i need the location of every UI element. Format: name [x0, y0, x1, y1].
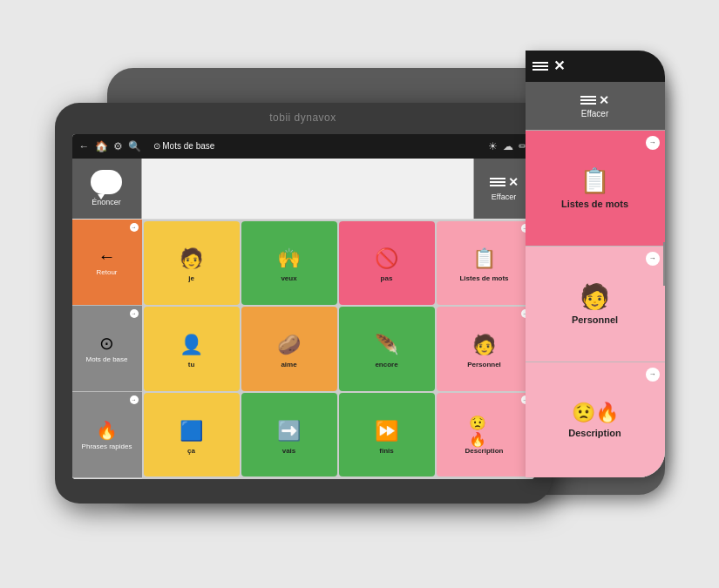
- cell-finis-label: finis: [379, 447, 393, 455]
- rp-effacer-button[interactable]: ✕ Effacer: [526, 82, 665, 131]
- nav-phrases-label: Phrases rapides: [82, 443, 132, 451]
- cell-description-icon: 😟🔥: [469, 417, 500, 445]
- right-panel: ✕ ✕ Effacer: [526, 51, 665, 477]
- cell-vais-icon: ➡️: [274, 417, 305, 445]
- rp-label-2: Personnel: [572, 314, 618, 325]
- cloud-icon[interactable]: ☁: [503, 140, 513, 152]
- cell-finis[interactable]: ⏩ finis: [339, 393, 435, 477]
- rp-arrow-3: →: [646, 368, 660, 382]
- nav-search-icon[interactable]: 🔍: [128, 140, 141, 152]
- rp-effacer-content: ✕ Effacer: [580, 93, 609, 118]
- cell-pas-label: pas: [381, 274, 393, 282]
- rp-icon-2: 🧑: [580, 282, 610, 311]
- tablet-front: tobii dynavox ← 🏠 ⚙ 🔍 ⊙ Mots de base ☀ ☁…: [55, 103, 552, 504]
- rp-effacer-icons: ✕: [580, 93, 609, 107]
- cell-listes-icon: 📋: [469, 245, 500, 273]
- effacer-icon: ✕: [490, 175, 519, 189]
- topbar: ← 🏠 ⚙ 🔍 ⊙ Mots de base ☀ ☁ ✏: [72, 134, 534, 159]
- effacer-lines-icon: [490, 178, 505, 186]
- speech-bubble-icon: [91, 170, 122, 194]
- nav-phrases-icon: 🔥: [96, 420, 118, 441]
- nav-retour-icon: ←: [98, 247, 116, 267]
- rp-icon-1: 📋: [580, 166, 610, 195]
- rp-close-icon: ✕: [553, 57, 565, 74]
- tablet-brand: tobii dynavox: [55, 112, 552, 124]
- nav-back-icon[interactable]: ←: [79, 140, 90, 152]
- cell-personnel-icon: 🧑: [469, 331, 500, 359]
- effacer-label: Effacer: [492, 193, 516, 201]
- text-display[interactable]: [142, 159, 473, 219]
- side-button[interactable]: [663, 242, 665, 286]
- enoncer-label: Énoncer: [92, 198, 121, 206]
- nav-mots-base[interactable]: → ⊙ Mots de base: [72, 306, 142, 392]
- nav-home-icon[interactable]: 🏠: [95, 140, 108, 152]
- brightness-icon[interactable]: ☀: [488, 140, 498, 152]
- rp-items-list: → 📋 Listes de mots → 🧑 Personnel → 😟🔥 De…: [526, 131, 665, 477]
- cell-aime-label: aime: [281, 361, 296, 368]
- nav-retour[interactable]: → ← Retour: [72, 220, 142, 306]
- rp-arrow-1: →: [646, 136, 660, 150]
- effacer-x-icon: ✕: [508, 175, 519, 189]
- rp-menu-icon: [532, 62, 548, 71]
- cell-aime[interactable]: 🥔 aime: [241, 307, 337, 391]
- rp-effacer-label: Effacer: [581, 109, 609, 118]
- cell-je-label: je: [188, 274, 194, 282]
- rp-lines-icon: [580, 96, 596, 105]
- cell-tu-icon: 👤: [176, 331, 207, 359]
- rp-x-icon: ✕: [599, 93, 609, 107]
- main-grid: 🧑 je 🙌 veux 🚫 pas → �: [142, 220, 534, 479]
- cell-je-icon: 🧑: [176, 245, 207, 273]
- cell-aime-icon: 🥔: [274, 331, 305, 359]
- nav-retour-arrow: →: [130, 223, 139, 232]
- nav-mots-label: Mots de base: [85, 355, 127, 364]
- rp-item-personnel[interactable]: → 🧑 Personnel: [526, 247, 665, 362]
- cell-veux[interactable]: 🙌 veux: [241, 221, 337, 306]
- rp-label-1: Listes de mots: [561, 199, 628, 209]
- cell-personnel[interactable]: → 🧑 Personnel: [437, 307, 532, 391]
- rp-icon-3: 😟🔥: [572, 402, 619, 424]
- cell-je[interactable]: 🧑 je: [144, 221, 240, 306]
- brand-text: tobii dynavox: [269, 112, 336, 124]
- cell-encore-label: encore: [375, 361, 397, 368]
- nav-settings-icon[interactable]: ⚙: [113, 140, 123, 152]
- cell-listes-label: Listes de mots: [459, 274, 508, 282]
- grid-area: → ← Retour → ⊙ Mots de base → 🔥 Phr: [72, 220, 534, 479]
- nav-phrases[interactable]: → 🔥 Phrases rapides: [72, 392, 142, 478]
- rp-label-3: Description: [568, 428, 621, 438]
- enoncer-button[interactable]: Énoncer: [72, 159, 142, 219]
- nav-mots-icon: ⊙: [99, 333, 114, 354]
- rp-arrow-2: →: [646, 252, 660, 266]
- nav-mots-arrow: →: [130, 309, 139, 318]
- cell-pas-icon: 🚫: [371, 245, 403, 273]
- rp-topbar: ✕: [526, 51, 665, 82]
- cell-pas[interactable]: 🚫 pas: [339, 221, 435, 306]
- topbar-title: ⊙ Mots de base: [146, 134, 483, 159]
- nav-retour-label: Retour: [96, 268, 117, 277]
- cell-tu-label: tu: [188, 361, 195, 368]
- content-area: Énoncer ✕ Effacer: [72, 159, 534, 479]
- rp-item-listes[interactable]: → 📋 Listes de mots: [526, 131, 665, 247]
- cell-encore-icon: 🪶: [371, 331, 403, 359]
- rp-item-description[interactable]: → 😟🔥 Description: [526, 362, 665, 477]
- cell-ca-icon: 🟦: [176, 417, 207, 445]
- cell-vais-label: vais: [282, 447, 296, 455]
- rp-content: ✕ Effacer → 📋 Listes de mots → 🧑 Personn…: [526, 82, 665, 477]
- cell-description-label: Description: [465, 447, 503, 455]
- cell-tu[interactable]: 👤 tu: [144, 307, 240, 391]
- nav-phrases-arrow: →: [130, 395, 139, 404]
- cell-encore[interactable]: 🪶 encore: [339, 307, 435, 391]
- cell-vais[interactable]: ➡️ vais: [241, 393, 337, 477]
- top-row: Énoncer ✕ Effacer: [72, 159, 534, 220]
- cell-listes[interactable]: → 📋 Listes de mots: [437, 221, 532, 306]
- cell-veux-icon: 🙌: [274, 245, 305, 273]
- nav-column: → ← Retour → ⊙ Mots de base → 🔥 Phr: [72, 220, 142, 479]
- cell-veux-label: veux: [281, 274, 296, 282]
- main-screen: ← 🏠 ⚙ 🔍 ⊙ Mots de base ☀ ☁ ✏ Énoncer: [72, 134, 534, 479]
- cell-description[interactable]: → 😟🔥 Description: [437, 393, 532, 477]
- cell-finis-icon: ⏩: [371, 417, 403, 445]
- cell-personnel-label: Personnel: [467, 361, 501, 368]
- cell-ca[interactable]: 🟦 ça: [144, 393, 240, 477]
- cell-ca-label: ça: [187, 447, 195, 455]
